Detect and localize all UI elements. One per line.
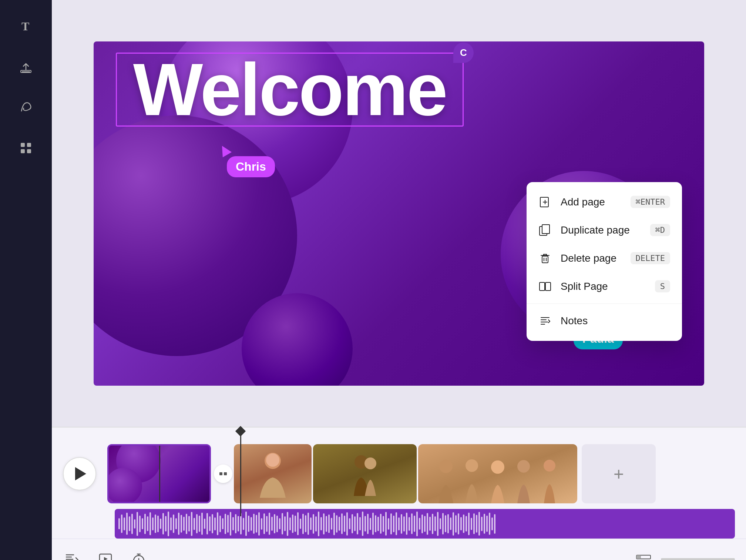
menu-item-add-page[interactable]: Add page ⌘ENTER — [527, 188, 682, 216]
wave-bar — [274, 514, 275, 533]
zoom-slider[interactable] — [661, 558, 735, 560]
add-page-shortcut: ⌘ENTER — [631, 196, 670, 208]
transition-icon-1[interactable] — [214, 465, 232, 483]
wave-bar — [315, 516, 317, 532]
wave-bar — [126, 513, 128, 535]
wave-bar — [437, 512, 438, 536]
add-clip-button[interactable]: + — [582, 444, 656, 503]
wave-bar — [419, 518, 420, 530]
svg-rect-3 — [27, 143, 31, 147]
wave-bar — [139, 516, 141, 532]
timer-button[interactable] — [130, 550, 148, 560]
wave-bar — [403, 516, 405, 532]
svg-rect-14 — [219, 472, 222, 475]
wave-bar — [349, 518, 350, 529]
clip-playhead-marker — [159, 446, 160, 502]
wave-bar — [377, 517, 379, 531]
wave-bar — [253, 514, 255, 534]
wave-bar — [486, 516, 488, 532]
svg-rect-13 — [545, 282, 551, 291]
wave-bar — [308, 513, 309, 535]
add-page-icon — [538, 195, 552, 209]
chris-label: Chris — [227, 156, 275, 177]
menu-item-notes[interactable]: Notes — [527, 307, 682, 335]
wave-bar — [341, 513, 343, 534]
wave-bar — [271, 517, 273, 531]
bottom-left-icons — [63, 550, 148, 560]
wave-bar — [194, 518, 195, 530]
wave-bar — [152, 517, 154, 530]
wave-bar — [326, 516, 327, 532]
svg-point-22 — [491, 460, 504, 474]
wave-bar — [225, 514, 226, 534]
wave-bar — [137, 512, 138, 536]
add-clip-plus-icon: + — [614, 464, 624, 484]
text-tool-icon[interactable]: T — [15, 15, 37, 37]
wave-bar — [217, 512, 218, 535]
clip-4[interactable] — [418, 444, 577, 503]
preview-button[interactable] — [96, 550, 115, 560]
wave-bar — [411, 513, 413, 534]
wave-bar — [243, 518, 244, 530]
wave-bar — [201, 513, 203, 535]
wave-bar — [222, 518, 224, 529]
play-button[interactable] — [63, 457, 96, 490]
wave-bar — [362, 512, 363, 536]
split-page-label: Split Page — [561, 281, 646, 292]
wave-bar — [398, 517, 400, 530]
audio-track[interactable] — [115, 509, 735, 539]
svg-point-17 — [266, 453, 279, 467]
clip-sphere-2 — [107, 468, 142, 503]
wave-bar — [346, 512, 348, 536]
notes-label: Notes — [561, 315, 670, 327]
split-page-shortcut: S — [655, 280, 670, 292]
wave-bar — [305, 515, 306, 532]
wave-bar — [333, 513, 335, 535]
svg-rect-2 — [21, 143, 25, 147]
wave-bar — [157, 516, 159, 532]
menu-item-duplicate-page[interactable]: Duplicate page ⌘D — [527, 216, 682, 244]
clip-2[interactable] — [234, 444, 312, 503]
menu-item-split-page[interactable]: Split Page S — [527, 272, 682, 301]
clip-1[interactable] — [107, 444, 211, 503]
grid-view-button[interactable] — [633, 549, 653, 560]
clip-3[interactable] — [313, 444, 417, 503]
svg-rect-11 — [542, 256, 548, 263]
draw-icon[interactable] — [15, 96, 37, 118]
wave-bar — [134, 519, 135, 529]
wave-bar — [263, 513, 265, 534]
wave-bar — [414, 516, 415, 532]
wave-bar — [302, 514, 304, 534]
video-canvas: Welcome C Chris Paula — [94, 41, 704, 386]
menu-item-delete-page[interactable]: Delete page DELETE — [527, 244, 682, 272]
text-selection-box[interactable]: Welcome C — [116, 53, 464, 127]
wave-bar — [183, 517, 185, 531]
upload-icon[interactable] — [15, 56, 37, 78]
wave-bar — [455, 515, 457, 533]
wave-bar — [175, 518, 177, 529]
wave-bar — [336, 515, 337, 533]
welcome-text: Welcome — [133, 53, 446, 127]
wave-bar — [339, 517, 340, 531]
svg-point-24 — [544, 460, 555, 472]
wave-bar — [144, 514, 146, 534]
split-page-icon — [538, 280, 552, 293]
wave-bar — [173, 514, 174, 533]
wave-bar — [310, 517, 312, 530]
wave-bar — [295, 516, 296, 532]
wave-bar — [269, 513, 270, 535]
wave-bar — [219, 516, 221, 532]
notes-icon — [538, 314, 552, 328]
bottom-toolbar — [52, 539, 746, 560]
wave-bar — [421, 514, 423, 533]
wave-bar — [396, 512, 397, 535]
svg-rect-15 — [224, 472, 227, 475]
wave-bar — [142, 518, 143, 529]
wave-bar — [434, 516, 436, 531]
apps-grid-icon[interactable] — [15, 137, 37, 159]
main-content: Welcome C Chris Paula — [52, 0, 746, 560]
wave-bar — [460, 517, 462, 530]
timeline-area: + — [52, 427, 746, 560]
wave-bar — [401, 514, 402, 534]
notes-list-button[interactable] — [63, 550, 81, 560]
